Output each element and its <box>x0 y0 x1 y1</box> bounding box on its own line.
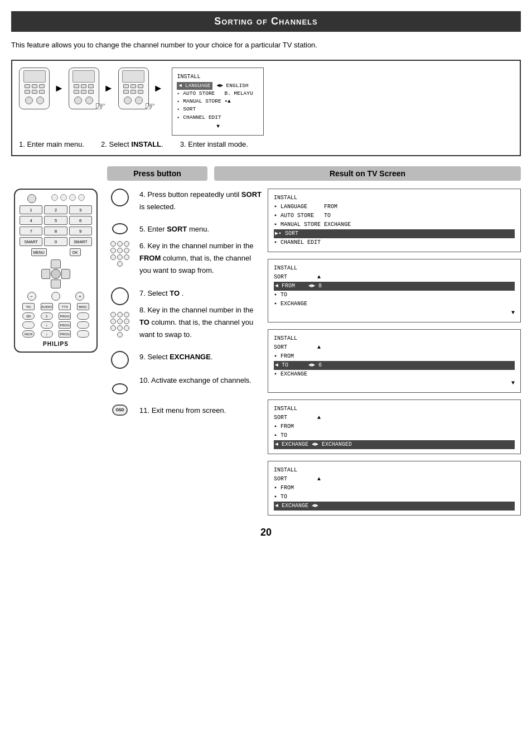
misc-btn-13[interactable]: INCR <box>22 330 35 338</box>
tv-screen-5: INSTALL SORT ▲ ▪ FROM ▪ TO ◄ EXCHANGE ◄► <box>268 461 521 516</box>
dpad-center[interactable] <box>51 269 61 279</box>
step-7-8-block: 7. Select TO . 8. Key in the channel num… <box>106 287 262 341</box>
step-6-text: 6. Key in the channel number in the FROM… <box>139 240 262 277</box>
step-9-10-icons <box>106 351 134 394</box>
press-header: Press button <box>107 166 207 181</box>
step-4-block: 4. Press button repeatedly until SORT is… <box>106 189 262 213</box>
tv-screen-1: INSTALL ▪ LANGUAGE FROM ▪ AUTO STORE TO … <box>268 189 521 252</box>
oval-btn-10[interactable] <box>112 383 128 394</box>
arrow-2: ► <box>104 83 114 94</box>
step-5-text: 5. Enter SORT menu. <box>139 223 262 235</box>
misc-btn-5[interactable]: SR <box>22 312 35 320</box>
install-menu-screen-top: INSTALL ◄ LANGUAGE◄► ENGLISH ▪ AUTO STOR… <box>172 68 264 136</box>
misc-btn-15[interactable]: PROG <box>59 330 71 338</box>
step-7-text: 7. Select TO . <box>139 287 262 300</box>
step-11-block: OSD 11. Exit menu from screen. <box>106 405 262 417</box>
top-step-labels: 1. Enter main menu. 2. Select INSTALL. 3… <box>19 140 513 148</box>
cd-btn[interactable] <box>69 194 76 201</box>
install-menu-title: INSTALL <box>177 73 259 81</box>
misc-btn-7[interactable]: PROG <box>59 312 71 320</box>
dpad-down[interactable] <box>51 280 61 288</box>
dvd-btn[interactable] <box>60 194 67 201</box>
vol-up[interactable]: + <box>75 292 84 301</box>
btn-smart2[interactable]: SMART <box>69 237 92 246</box>
step-5-6-icons <box>106 223 134 267</box>
step-10-text: 10. Activate exchange of channels. <box>139 374 262 387</box>
btn-9[interactable]: 9 <box>69 227 92 235</box>
circle-btn-4[interactable] <box>111 189 129 206</box>
step-8-text: 8. Key in the channel number in the TO c… <box>139 304 262 341</box>
circle-btn-7[interactable] <box>111 287 129 305</box>
power-btn[interactable] <box>27 194 36 203</box>
page-title: Sorting of Channels <box>11 11 521 32</box>
btn-3[interactable]: 3 <box>69 205 92 214</box>
osd-btn[interactable]: OSD <box>112 405 128 416</box>
step1-label: 1. Enter main menu. <box>19 140 84 148</box>
misc-btn-12[interactable] <box>77 321 89 329</box>
misc-btn-4[interactable]: MISC <box>77 303 89 310</box>
misc-btn-9[interactable] <box>22 321 35 329</box>
remote-diagram-1 <box>19 68 50 109</box>
tv-screen-4: INSTALL SORT ▲ ▪ FROM ▪ TO ◄ EXCHANGE ◄►… <box>268 399 521 454</box>
btn-smart[interactable]: SMART <box>20 237 42 246</box>
circle-btn-9[interactable] <box>111 351 129 369</box>
intro-text: This feature allows you to change the ch… <box>11 40 521 51</box>
btn-8[interactable]: 8 <box>44 227 67 235</box>
arrow-3: ► <box>153 83 163 94</box>
section-headers: Press button Result on TV Screen <box>11 166 521 181</box>
step-4-icon <box>106 189 134 206</box>
step-11-text: 11. Exit menu from screen. <box>139 405 262 417</box>
misc-btn-10[interactable]: ♪ <box>41 321 53 329</box>
remote-control: 1 2 3 4 5 6 7 8 9 SMART 0 SMART MENU OK <box>14 189 98 353</box>
brand-label: PHILIPS <box>20 341 92 347</box>
dpad-right[interactable] <box>61 269 70 279</box>
arrow-1: ► <box>54 83 64 94</box>
dpad-up[interactable] <box>51 259 61 268</box>
tv-btn[interactable] <box>51 194 58 201</box>
step2-label: 2. Select INSTALL. <box>101 140 163 148</box>
btn-4[interactable]: 4 <box>20 216 42 225</box>
misc-btn-3[interactable]: TTX <box>59 303 71 310</box>
dpad-left[interactable] <box>41 269 50 279</box>
misc-btn-16[interactable] <box>77 330 89 338</box>
step3-label: 3. Enter install mode. <box>180 140 248 148</box>
top-remote-diagrams: ► ☞ ► <box>19 68 163 109</box>
lang-row: ◄ LANGUAGE <box>177 82 212 90</box>
tv-screen-2: INSTALL SORT ▲ ◄ FROM ◄► 8 ▪ TO ▪ EXCHAN… <box>268 259 521 322</box>
btn-6[interactable]: 6 <box>69 216 92 225</box>
numpad-icon-6 <box>110 241 129 267</box>
ok-btn[interactable]: OK <box>70 248 81 256</box>
tv-screen-3: INSTALL SORT ▲ ▪ FROM ◄ TO ◄► 6 ▪ EXCHAN… <box>268 329 521 393</box>
btn-5[interactable]: 5 <box>44 216 67 225</box>
misc-btn-14[interactable]: ♪ <box>41 330 53 338</box>
step-5-6-block: 5. Enter SORT menu. 6. Key in the channe… <box>106 223 262 277</box>
btn-1[interactable]: 1 <box>20 205 42 214</box>
menu-btn[interactable]: MENU <box>31 248 47 256</box>
misc-btn-2[interactable]: AUDIO <box>41 303 53 310</box>
step-9-10-block: 9. Select EXCHANGE. 10. Activate exchang… <box>106 351 262 394</box>
step-7-8-icons <box>106 287 134 338</box>
btn-7[interactable]: 7 <box>20 227 42 235</box>
page-number: 20 <box>11 527 521 538</box>
numpad-icon-8 <box>110 312 129 338</box>
misc-btn-1[interactable]: TIC <box>22 303 35 310</box>
oval-btn-5[interactable] <box>112 223 128 234</box>
vol-down[interactable]: − <box>27 292 36 301</box>
step-11-icon: OSD <box>106 405 134 416</box>
step-9-text: 9. Select EXCHANGE. <box>139 351 262 363</box>
misc-btn-8[interactable] <box>77 312 89 320</box>
step-4-text: 4. Press button repeatedly until SORT is… <box>139 189 262 213</box>
btn-0[interactable]: 0 <box>44 237 67 246</box>
misc-btn-11[interactable]: PROG <box>59 321 71 329</box>
misc-btn-6[interactable]: ≡ <box>41 312 53 320</box>
btn-2[interactable]: 2 <box>44 205 67 214</box>
aux-btn[interactable] <box>78 194 85 201</box>
result-header: Result on TV Screen <box>214 166 521 181</box>
ok-center[interactable] <box>51 292 60 301</box>
